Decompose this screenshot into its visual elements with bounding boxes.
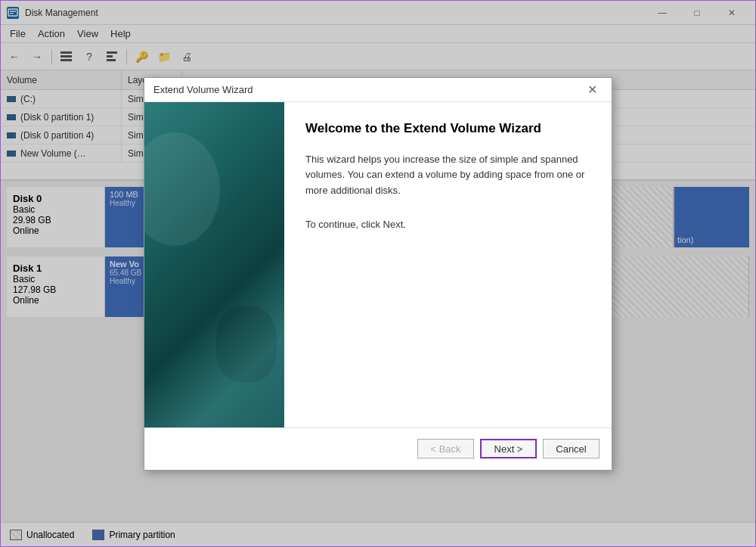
wizard-body: Welcome to the Extend Volume Wizard This… <box>144 102 612 427</box>
wizard-heading: Welcome to the Extend Volume Wizard <box>305 120 590 137</box>
next-button[interactable]: Next > <box>480 439 537 458</box>
wizard-title-bar: Extend Volume Wizard ✕ <box>144 78 612 102</box>
back-button[interactable]: < Back <box>417 439 474 458</box>
wizard-description: This wizard helps you increase the size … <box>305 152 590 199</box>
modal-overlay: Extend Volume Wizard ✕ Welcome to the Ex… <box>1 1 755 546</box>
cancel-button[interactable]: Cancel <box>543 439 600 458</box>
wizard-content: Welcome to the Extend Volume Wizard This… <box>284 102 612 427</box>
wizard-title: Extend Volume Wizard <box>153 84 581 95</box>
wizard-instruction: To continue, click Next. <box>305 217 590 233</box>
wizard-close-button[interactable]: ✕ <box>581 79 603 100</box>
wizard-footer: < Back Next > Cancel <box>144 427 612 470</box>
wizard-dialog: Extend Volume Wizard ✕ Welcome to the Ex… <box>144 77 612 471</box>
wizard-sidebar <box>144 102 284 427</box>
main-window: Disk Management — □ ✕ File Action View H… <box>0 0 756 547</box>
